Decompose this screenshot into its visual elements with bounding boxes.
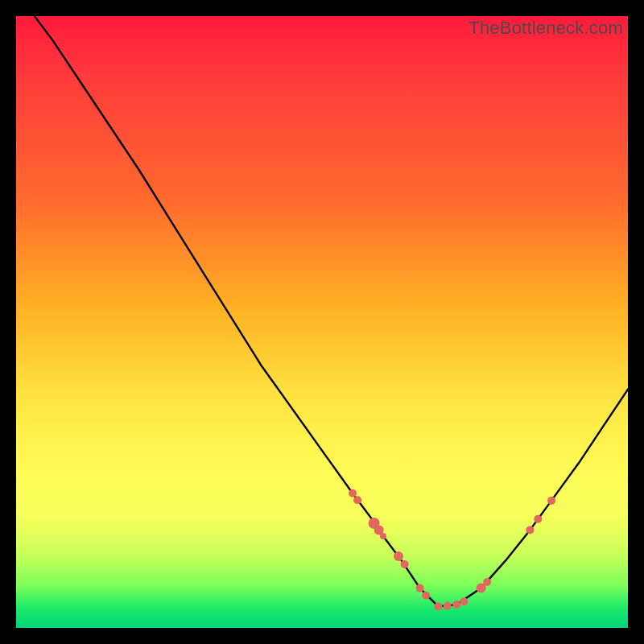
watermark-text: TheBottleneck.com — [469, 18, 623, 39]
curve-marker — [483, 578, 491, 586]
curve-marker — [444, 602, 452, 610]
curve-marker — [416, 584, 424, 592]
curve-marker — [422, 592, 430, 600]
curve-marker — [452, 601, 460, 609]
curve-marker — [434, 602, 442, 610]
curve-marker — [401, 560, 409, 568]
curve-marker — [547, 497, 555, 505]
curve-marker — [526, 526, 534, 534]
curve-marker — [394, 551, 403, 561]
chart-frame: TheBottleneck.com — [16, 16, 628, 628]
curve-marker — [460, 597, 468, 605]
curve-marker — [534, 515, 542, 523]
curve-marker — [380, 533, 386, 539]
curve-markers-group — [349, 489, 555, 611]
curve-marker — [353, 496, 361, 504]
curve-marker — [349, 489, 357, 497]
chart-svg — [16, 16, 628, 628]
